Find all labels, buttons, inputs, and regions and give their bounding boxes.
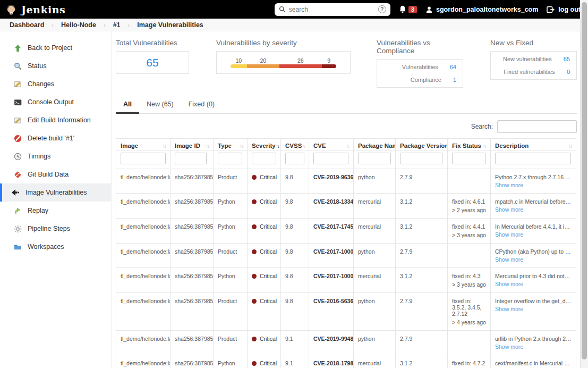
tab-fixed[interactable]: Fixed (0) <box>181 96 222 114</box>
column-header-cve[interactable]: CVE↑↓ <box>309 139 354 150</box>
sidebar-item-changes[interactable]: Changes <box>0 75 111 93</box>
filter-input-description[interactable] <box>495 153 571 164</box>
show-more-link[interactable]: Show more <box>495 281 523 287</box>
scrollbar-thumb[interactable] <box>582 2 587 359</box>
cve-id: CVE-2018-13347 <box>313 198 354 205</box>
logout-button[interactable]: log out <box>547 6 581 13</box>
filter-input-package-name[interactable] <box>358 153 391 164</box>
tab-all[interactable]: All <box>116 96 139 114</box>
jenkins-head-icon <box>5 4 17 15</box>
sidebar-item-back-to-project[interactable]: Back to Project <box>0 39 111 57</box>
sidebar-item-label: Back to Project <box>28 44 72 52</box>
twistlock-icon <box>11 188 20 197</box>
table-row[interactable]: tl_demo/hellonode:latestsha256:387985591… <box>116 169 576 194</box>
sidebar-item-image-vulnerabilities[interactable]: Image Vulnerabilities <box>0 183 111 202</box>
column-header-description[interactable]: Description↑↓ <box>491 139 576 150</box>
sidebar-item-replay[interactable]: Replay <box>0 202 111 220</box>
sort-icon[interactable]: ↑↓ <box>346 143 350 149</box>
sidebar-item-console-output[interactable]: Console Output <box>0 93 111 111</box>
tab-new[interactable]: New (65) <box>139 96 181 114</box>
sidebar: Back to Project Status Changes Console O… <box>0 31 112 368</box>
sidebar-item-status[interactable]: Status <box>0 57 111 75</box>
table-row[interactable]: tl_demo/hellonode:latestsha256:387985591… <box>116 355 576 368</box>
user-menu[interactable]: sgordon_paloaltonetworks_com <box>425 6 538 13</box>
severity-critical-count: 9 <box>322 57 336 64</box>
sort-icon[interactable]: ↑↓ <box>568 143 573 149</box>
logout-icon <box>547 6 555 13</box>
global-search-box[interactable]: ? <box>275 3 390 16</box>
sidebar-item-label: Delete build '#1' <box>28 135 74 142</box>
filter-input-type[interactable] <box>218 153 242 164</box>
breadcrumb-build[interactable]: #1 <box>113 21 121 29</box>
table-row[interactable]: tl_demo/hellonode:latestsha256:387985591… <box>116 244 576 268</box>
column-header-fix-status[interactable]: Fix Status↑↓ <box>448 139 491 150</box>
column-header-package-name[interactable]: Package Name↑↓ <box>354 139 396 150</box>
show-more-link[interactable]: Show more <box>495 344 523 350</box>
table-row[interactable]: tl_demo/hellonode:latestsha256:387985591… <box>116 331 576 355</box>
no-entry-icon <box>13 133 22 143</box>
table-row[interactable]: tl_demo/hellonode:latestsha256:387985591… <box>116 219 576 244</box>
filter-input-image[interactable] <box>121 153 166 164</box>
sort-icon[interactable]: ↑↓ <box>302 143 306 149</box>
notification-count-badge: 3 <box>408 6 417 13</box>
sort-icon[interactable]: ↑↓ <box>206 143 210 149</box>
column-header-image-id[interactable]: Image ID↑↓ <box>171 139 214 150</box>
show-more-link[interactable]: Show more <box>495 206 523 213</box>
vulnerabilities-count: 64 <box>450 64 456 70</box>
filter-input-fix-status[interactable] <box>452 153 486 164</box>
sidebar-item-workspaces[interactable]: Workspaces <box>0 238 111 256</box>
table-search-row: Search: <box>116 120 577 133</box>
filter-input-severity[interactable] <box>252 153 276 164</box>
breadcrumb-job[interactable]: Hello-Node <box>61 21 96 29</box>
sidebar-item-git-build-data[interactable]: Git Build Data <box>0 165 111 183</box>
vertical-scrollbar[interactable] <box>580 0 588 368</box>
chevron-right-icon: › <box>128 22 130 28</box>
show-more-link[interactable]: Show more <box>495 256 523 263</box>
show-more-link[interactable]: Show more <box>495 182 523 188</box>
cve-id: CVE-2019-9948 <box>313 336 353 342</box>
top-bar: Jenkins ? 3 sgordon_paloaltonetworks_com… <box>0 0 588 19</box>
gear-icon <box>13 224 22 233</box>
sidebar-item-timings[interactable]: Timings <box>0 147 111 165</box>
sidebar-item-pipeline-steps[interactable]: Pipeline Steps <box>0 220 111 238</box>
filter-input-package-version[interactable] <box>400 153 442 164</box>
new-vulnerabilities-label: New vulnerabilities <box>503 56 552 62</box>
sort-icon-active-desc[interactable]: ↑↓ <box>276 143 280 149</box>
sort-icon[interactable]: ↑↓ <box>483 143 487 149</box>
vvc-card: Vulnerabilities64 Compliance1 <box>377 59 463 88</box>
sort-icon[interactable]: ↑↓ <box>163 143 167 149</box>
table-row[interactable]: tl_demo/hellonode:latestsha256:387985591… <box>116 194 576 219</box>
magnifier-icon <box>13 61 22 71</box>
column-header-cvss[interactable]: CVSS↑↓ <box>281 139 309 150</box>
column-header-image[interactable]: Image↑↓ <box>116 139 171 150</box>
column-header-package-version[interactable]: Package Version↑↓ <box>396 139 448 150</box>
severity-bar-segment <box>279 64 322 68</box>
breadcrumb-dashboard[interactable]: Dashboard <box>10 21 44 29</box>
document-pencil-icon <box>13 79 22 89</box>
show-more-link[interactable]: Show more <box>495 306 523 312</box>
filter-input-image-id[interactable] <box>175 153 207 164</box>
notifications-button[interactable]: 3 <box>399 5 417 13</box>
search-help-icon[interactable]: ? <box>378 5 386 13</box>
table-row[interactable]: tl_demo/hellonode:latestsha256:387985591… <box>116 268 576 293</box>
arrow-up-icon <box>13 43 22 53</box>
sidebar-item-edit-build-information[interactable]: Edit Build Information <box>0 111 111 129</box>
sidebar-item-delete-build[interactable]: Delete build '#1' <box>0 129 111 147</box>
nvf-card: New vulnerabilities65 Fixed vulnerabilit… <box>490 51 577 80</box>
column-header-type[interactable]: Type↑↓ <box>214 139 248 150</box>
filter-input-cvss[interactable] <box>285 153 304 164</box>
table-row[interactable]: tl_demo/hellonode:latestsha256:387985591… <box>116 293 576 331</box>
cve-id: CVE-2017-10001... <box>313 273 354 279</box>
show-more-link[interactable]: Show more <box>495 231 523 238</box>
breadcrumb-page[interactable]: Image Vulnerabilities <box>137 21 203 29</box>
chevron-right-icon: › <box>104 22 106 28</box>
global-search-input[interactable] <box>289 6 375 13</box>
sidebar-item-label: Workspaces <box>28 243 64 250</box>
cve-id: CVE-2017-17458 <box>313 223 354 230</box>
table-search-input[interactable] <box>497 120 577 133</box>
filter-input-cve[interactable] <box>313 153 348 164</box>
column-header-severity[interactable]: Severity↑↓ <box>248 139 281 150</box>
search-icon <box>279 6 286 13</box>
sort-icon[interactable]: ↑↓ <box>240 143 244 149</box>
jenkins-logo[interactable]: Jenkins <box>5 4 65 15</box>
